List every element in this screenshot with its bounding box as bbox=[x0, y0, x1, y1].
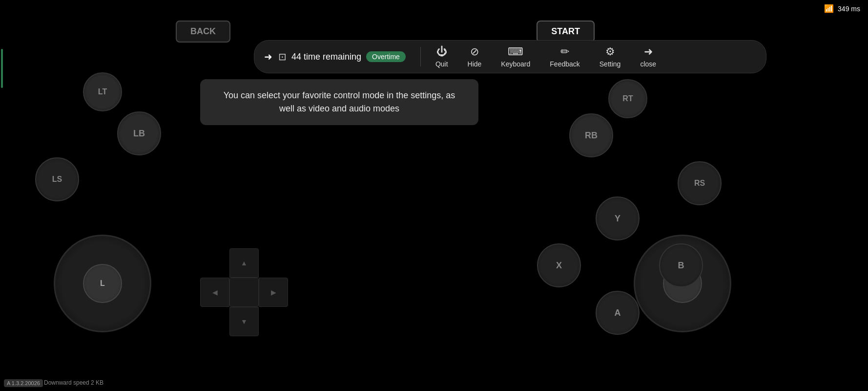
dpad-left[interactable]: ◀ bbox=[200, 278, 229, 307]
latency-display: 349 ms bbox=[838, 5, 860, 13]
rb-button[interactable]: RB bbox=[569, 113, 613, 157]
b-button[interactable]: B bbox=[659, 243, 703, 287]
timer-text: 44 time remaining bbox=[291, 52, 361, 62]
setting-label: Setting bbox=[599, 60, 621, 68]
timer-icon: ⊡ bbox=[278, 51, 287, 63]
keyboard-icon: ⌨ bbox=[508, 45, 523, 58]
ls-label: LS bbox=[52, 175, 62, 184]
down-speed: Downward speed 2 KB bbox=[44, 379, 103, 386]
close-icon: ➜ bbox=[644, 45, 653, 58]
tooltip-text: You can select your favorite control mod… bbox=[224, 90, 455, 113]
rs-label: RS bbox=[694, 179, 705, 188]
rb-label: RB bbox=[585, 130, 598, 141]
keyboard-button[interactable]: ⌨ Keyboard bbox=[491, 43, 540, 70]
toolbar-divider-1 bbox=[420, 47, 421, 66]
dpad-right[interactable]: ▶ bbox=[259, 278, 288, 307]
setting-button[interactable]: ⚙ Setting bbox=[590, 43, 631, 70]
hide-button[interactable]: ⊘ Hide bbox=[458, 43, 492, 70]
y-button[interactable]: Y bbox=[596, 196, 640, 240]
toolbar: ➜ ⊡ 44 time remaining Overtime ⏻ Quit ⊘ … bbox=[254, 40, 766, 73]
lb-button[interactable]: LB bbox=[117, 111, 161, 155]
overtime-badge: Overtime bbox=[366, 51, 406, 62]
tooltip: You can select your favorite control mod… bbox=[200, 79, 478, 125]
x-label: X bbox=[556, 261, 562, 271]
dpad[interactable]: ▲ ◀ ▶ ▼ bbox=[200, 248, 288, 336]
feedback-label: Feedback bbox=[550, 60, 579, 68]
lb-label: LB bbox=[133, 129, 145, 139]
toolbar-expand-icon[interactable]: ➜ bbox=[264, 51, 272, 63]
hide-icon: ⊘ bbox=[470, 45, 479, 58]
down-speed-text: Downward speed 2 KB bbox=[44, 379, 103, 386]
quit-label: Quit bbox=[435, 60, 448, 68]
y-label: Y bbox=[615, 214, 620, 224]
timer-section: ⊡ 44 time remaining Overtime bbox=[278, 51, 406, 63]
rs-button[interactable]: RS bbox=[678, 161, 722, 205]
dpad-center[interactable] bbox=[229, 278, 259, 307]
status-bar: 📶 349 ms bbox=[824, 4, 860, 13]
a-button[interactable]: A bbox=[596, 291, 640, 335]
back-button[interactable]: BACK bbox=[176, 21, 230, 43]
version-text: A 1.3.2.20026 bbox=[7, 380, 40, 386]
x-button[interactable]: X bbox=[537, 243, 581, 287]
start-button[interactable]: START bbox=[537, 21, 595, 43]
left-analog-stick[interactable]: L bbox=[54, 235, 151, 332]
dpad-down[interactable]: ▼ bbox=[229, 307, 259, 336]
keyboard-label: Keyboard bbox=[501, 60, 530, 68]
hide-label: Hide bbox=[468, 60, 482, 68]
left-analog-label: L bbox=[100, 279, 105, 288]
quit-button[interactable]: ⏻ Quit bbox=[426, 43, 458, 70]
left-analog-inner: L bbox=[83, 264, 122, 303]
version-badge: A 1.3.2.20026 bbox=[4, 379, 43, 387]
a-label: A bbox=[615, 308, 621, 318]
feedback-button[interactable]: ✏ Feedback bbox=[540, 43, 589, 70]
lt-button[interactable]: LT bbox=[83, 72, 122, 111]
dpad-empty-bl bbox=[200, 307, 229, 336]
dpad-up[interactable]: ▲ bbox=[229, 248, 259, 278]
b-label: B bbox=[678, 261, 684, 271]
close-button[interactable]: ➜ close bbox=[630, 43, 666, 70]
dpad-empty-tr bbox=[259, 248, 288, 278]
lt-label: LT bbox=[98, 87, 107, 96]
close-label: close bbox=[640, 60, 656, 68]
wifi-icon: 📶 bbox=[824, 4, 834, 13]
rt-button[interactable]: RT bbox=[608, 79, 647, 118]
dpad-empty-br bbox=[259, 307, 288, 336]
ls-button[interactable]: LS bbox=[35, 157, 79, 201]
quit-icon: ⏻ bbox=[436, 45, 447, 58]
dpad-empty-tl bbox=[200, 248, 229, 278]
setting-icon: ⚙ bbox=[605, 45, 615, 58]
side-indicator bbox=[1, 49, 3, 88]
rt-label: RT bbox=[622, 94, 633, 103]
feedback-icon: ✏ bbox=[560, 45, 569, 58]
